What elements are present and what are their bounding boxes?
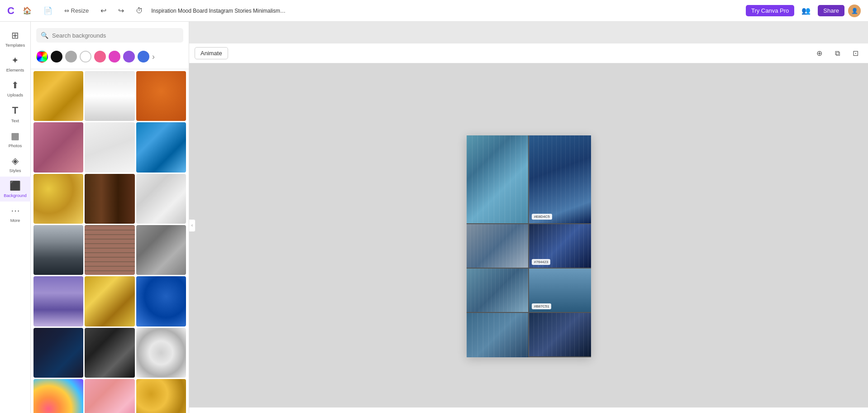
hide-panel-icon: ‹ [191,223,193,228]
topbar: C 🏠 📄 ⇔ Resize ↩ ↪ ⏱ Inspiration Mood Bo… [0,0,868,22]
timer-button[interactable]: ⏱ [132,5,147,17]
sidebar-label-templates: Templates [5,43,25,48]
search-icon: 🔍 [41,32,48,39]
hide-panel-button[interactable]: ‹ [189,219,196,232]
moodboard-cell-2: #E8D4C5 [529,135,591,223]
sidebar-item-text[interactable]: T Text [0,101,31,127]
background-thumb-t11[interactable] [85,225,134,275]
color-tag-1: #E8D4C5 [532,214,552,220]
moodboard-cell-8 [529,313,591,356]
background-thumb-t19[interactable] [33,379,83,413]
color-filter-magenta[interactable] [109,51,120,62]
moodboard-cell-4: #764423 [529,224,591,268]
sidebar-item-background[interactable]: ⬛ Background [0,177,31,202]
panel-divider [31,69,189,69]
share-button[interactable]: Share [818,5,844,16]
canvas-toolbar: Animate ⊕ ⧉ ⊡ [189,43,868,63]
background-thumb-t21[interactable] [136,379,186,413]
background-thumb-t15[interactable] [136,276,186,326]
moodboard-cell-3 [467,224,529,268]
background-thumb-t9[interactable] [136,174,186,224]
background-thumb-t2[interactable] [85,71,134,121]
undo-button[interactable]: ↩ [97,4,110,17]
sidebar-label-styles: Styles [10,168,21,173]
sidebar-label-uploads: Uploads [7,92,23,97]
canvas-area: Animate ⊕ ⧉ ⊡ ‹ [189,22,868,413]
color-filter-white[interactable] [80,51,91,62]
color-filter-purple[interactable] [123,51,135,62]
elements-icon: ✦ [11,55,19,66]
moodboard-cell-7 [467,313,529,357]
animate-button[interactable]: Animate [195,47,228,59]
color-filter-black[interactable] [51,51,62,62]
panel-header: 🔍 [31,22,189,47]
home-button[interactable]: 🏠 [19,4,35,17]
file-button[interactable]: 📄 [40,4,56,17]
templates-icon: ⊞ [11,30,19,41]
sidebar-item-elements[interactable]: ✦ Elements [0,51,31,76]
sidebar: ⊞ Templates ✦ Elements ⬆ Uploads T Text … [0,22,31,413]
background-thumb-t16[interactable] [33,328,83,378]
color-filter-rainbow[interactable] [36,51,48,62]
color-filter-more[interactable]: › [152,52,155,62]
background-thumb-t4[interactable] [33,122,83,172]
topbar-actions: Try Canva Pro 👥 Share 👤 [746,4,861,17]
design-canvas[interactable]: #E8D4C5 #764423 [467,135,591,357]
design-title: Inspiration Mood Board Instagram Stories… [151,8,287,14]
moodboard-grid: #E8D4C5 #764423 [467,135,591,357]
background-thumb-t14[interactable] [85,276,134,326]
sidebar-label-more: More [10,218,20,223]
canvas-content: #E8D4C5 #764423 [189,63,868,413]
search-box[interactable]: 🔍 [36,28,183,43]
moodboard-cell-5 [467,269,529,312]
background-thumb-t17[interactable] [85,328,134,378]
color-tag-2: #764423 [532,259,550,265]
background-thumb-t1[interactable] [33,71,83,121]
sidebar-item-uploads[interactable]: ⬆ Uploads [0,76,31,101]
background-panel: 🔍 › [31,22,189,413]
sidebar-item-more[interactable]: ⋯ More [0,202,31,226]
resize-button[interactable]: ⇔ Resize [61,5,92,16]
avatar[interactable]: 👤 [848,5,861,17]
sidebar-label-photos: Photos [9,143,22,148]
sidebar-label-background: Background [4,193,27,198]
redo-button[interactable]: ↪ [114,4,128,17]
moodboard-cell-1 [467,135,529,223]
background-thumb-t3[interactable] [136,71,186,121]
canva-logo[interactable]: C [7,5,14,17]
more-icon: ⋯ [11,205,20,216]
collaborators-button[interactable]: 👥 [798,4,814,17]
search-input[interactable] [52,32,179,39]
try-canva-pro-button[interactable]: Try Canva Pro [746,5,794,16]
text-icon: T [12,105,18,116]
canvas-icon-2[interactable]: ⧉ [830,46,844,61]
color-tag-3: #B87C51 [532,303,551,309]
sidebar-label-text: Text [11,118,19,123]
background-thumb-t8[interactable] [85,174,134,224]
moodboard-cell-6: #B87C51 [529,269,591,312]
sidebar-item-photos[interactable]: ▦ Photos [0,127,31,152]
background-thumb-t10[interactable] [33,225,83,275]
sidebar-item-templates[interactable]: ⊞ Templates [0,26,31,51]
color-filter-blue[interactable] [138,51,149,62]
uploads-icon: ⬆ [11,80,19,91]
topbar-left: C 🏠 📄 ⇔ Resize ↩ ↪ ⏱ Inspiration Mood Bo… [7,4,287,17]
background-thumb-t7[interactable] [33,174,83,224]
color-filters: › [31,47,189,67]
background-thumb-t6[interactable] [136,122,186,172]
canvas-icon-3[interactable]: ⊡ [848,46,863,61]
color-filter-gray[interactable] [65,51,77,62]
background-thumb-t18[interactable] [136,328,186,378]
sidebar-label-elements: Elements [6,67,24,72]
background-thumb-t13[interactable] [33,276,83,326]
background-thumb-t12[interactable] [136,225,186,275]
sidebar-item-styles[interactable]: ◈ Styles [0,152,31,177]
background-thumb-t5[interactable] [85,122,134,172]
styles-icon: ◈ [12,155,19,166]
background-icon: ⬛ [10,180,21,191]
bottom-bar: + Add page ⊡ Notes − 31% + [189,407,868,413]
color-filter-pink[interactable] [94,51,106,62]
canvas-icon-1[interactable]: ⊕ [812,46,826,61]
background-grid [31,71,189,413]
background-thumb-t20[interactable] [85,379,134,413]
